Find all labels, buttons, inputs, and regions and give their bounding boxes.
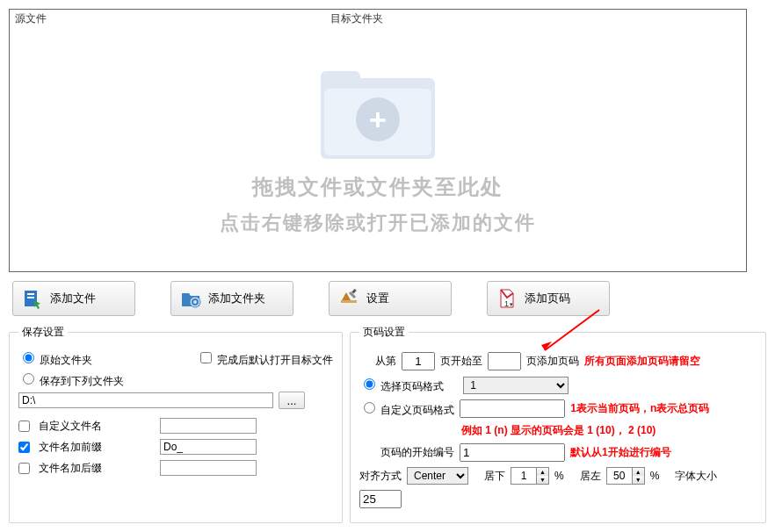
to-page-input[interactable] <box>488 352 521 370</box>
add-page-number-button[interactable]: 1▾ 添加页码 <box>487 281 610 316</box>
dropzone-hint-2: 点击右键移除或打开已添加的文件 <box>220 210 536 236</box>
radio-select-format[interactable]: 选择页码格式 <box>359 376 444 394</box>
checkbox-add-prefix[interactable] <box>18 442 30 453</box>
spin-down-icon[interactable]: ▼ <box>633 476 644 484</box>
col-header-source: 源文件 <box>15 11 47 26</box>
svg-rect-2 <box>27 297 34 298</box>
font-size-input[interactable] <box>359 490 402 508</box>
spin-down-icon[interactable]: ▼ <box>537 476 548 484</box>
page-number-legend: 页码设置 <box>359 325 409 340</box>
folder-plus-icon: + <box>321 71 435 159</box>
save-settings-group: 保存设置 原始文件夹 完成后默认打开目标文件 保存到下列文件夹 <box>9 325 343 523</box>
svg-rect-5 <box>341 300 357 303</box>
add-page-number-label: 添加页码 <box>525 291 570 306</box>
browse-button[interactable]: ... <box>279 392 305 409</box>
align-label: 对齐方式 <box>359 469 402 484</box>
checkbox-add-suffix[interactable] <box>18 463 30 474</box>
svg-rect-6 <box>351 289 357 294</box>
svg-text:▾: ▾ <box>510 301 513 307</box>
radio-original-folder[interactable]: 原始文件夹 <box>18 349 92 368</box>
custom-filename-input[interactable] <box>160 418 257 434</box>
add-folder-icon <box>180 288 201 309</box>
svg-point-3 <box>190 297 200 307</box>
add-file-icon <box>22 288 43 309</box>
pdf-page-icon: 1▾ <box>496 288 518 309</box>
svg-text:1: 1 <box>504 299 509 308</box>
align-select[interactable]: Center <box>407 467 468 485</box>
font-size-label: 字体大小 <box>675 469 717 484</box>
from-page-input[interactable] <box>402 352 435 370</box>
spin-up-icon[interactable]: ▲ <box>633 468 644 476</box>
radio-save-to-folder[interactable]: 保存到下列文件夹 <box>18 370 124 389</box>
spin-up-icon[interactable]: ▲ <box>537 468 548 476</box>
hint-default-start: 默认从1开始进行编号 <box>570 445 671 460</box>
settings-label: 设置 <box>366 291 389 306</box>
save-path-input[interactable] <box>18 392 273 408</box>
margin-bottom-label: 居下 <box>484 469 505 484</box>
from-page-label: 从第 <box>375 354 396 369</box>
add-file-label: 添加文件 <box>50 291 96 306</box>
hint-1n: 1表示当前页码，n表示总页码 <box>570 401 709 416</box>
svg-rect-1 <box>27 293 34 295</box>
hint-example: 例如 1 (n) 显示的页码会是 1 (10)， 2 (10) <box>461 423 655 438</box>
margin-left-input[interactable] <box>607 468 632 484</box>
radio-custom-format[interactable]: 自定义页码格式 <box>359 399 454 418</box>
page-number-settings-group: 页码设置 从第 页开始至 页添加页码 所有页面添加页码请留空 选择页码格式 <box>350 325 766 523</box>
col-header-target: 目标文件夹 <box>330 11 383 26</box>
start-number-input[interactable] <box>460 443 565 462</box>
file-dropzone[interactable]: 源文件 目标文件夹 + 拖拽文件或文件夹至此处 点击右键移除或打开已添加的文件 <box>9 9 747 272</box>
prefix-input[interactable] <box>160 439 257 455</box>
add-folder-label: 添加文件夹 <box>208 291 265 306</box>
custom-format-input[interactable] <box>460 399 565 418</box>
settings-button[interactable]: 设置 <box>329 281 452 316</box>
margin-left-label: 居左 <box>580 469 601 484</box>
settings-icon <box>338 288 359 309</box>
add-file-button[interactable]: 添加文件 <box>12 281 135 316</box>
page-add-pn-label: 页添加页码 <box>526 354 579 369</box>
margin-bottom-input[interactable] <box>511 468 536 484</box>
checkbox-custom-filename[interactable] <box>18 421 30 432</box>
margin-left-spinner[interactable]: ▲▼ <box>606 467 645 485</box>
suffix-input[interactable] <box>160 460 257 476</box>
margin-bottom-spinner[interactable]: ▲▼ <box>511 467 549 485</box>
add-folder-button[interactable]: 添加文件夹 <box>170 281 293 316</box>
checkbox-open-target[interactable]: 完成后默认打开目标文件 <box>197 349 333 368</box>
svg-marker-10 <box>541 341 552 350</box>
hint-all-pages: 所有页面添加页码请留空 <box>584 354 700 369</box>
dropzone-hint-1: 拖拽文件或文件夹至此处 <box>252 173 503 201</box>
page-format-select[interactable]: 1 <box>463 377 569 394</box>
save-settings-legend: 保存设置 <box>18 325 68 340</box>
page-start-to-label: 页开始至 <box>440 354 482 369</box>
start-number-label: 页码的开始编号 <box>380 445 454 460</box>
toolbar: 添加文件 添加文件夹 设置 1▾ 添加页码 <box>9 277 766 325</box>
